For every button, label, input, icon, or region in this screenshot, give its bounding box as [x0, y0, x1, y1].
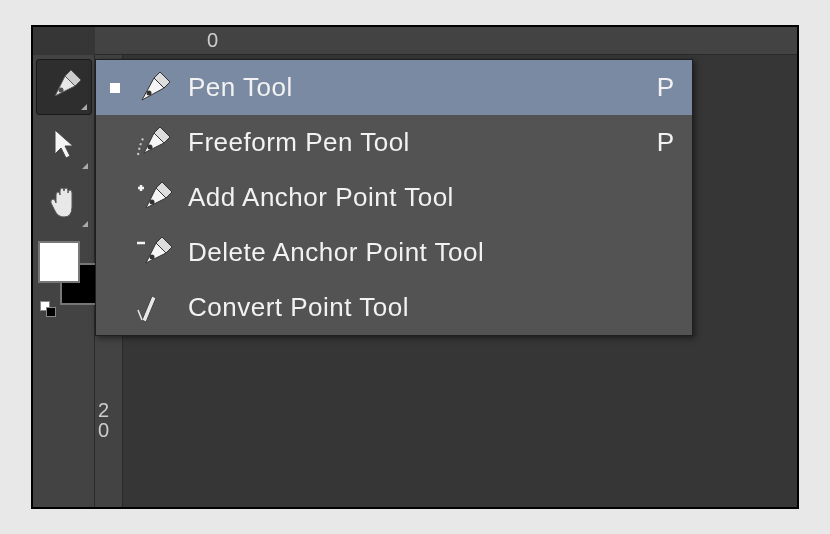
- selected-marker-icon: [110, 83, 120, 93]
- menu-item-delete-anchor-point-tool[interactable]: Delete Anchor Point Tool: [96, 225, 692, 280]
- menu-item-shortcut: P: [657, 72, 674, 103]
- menu-item-label: Delete Anchor Point Tool: [188, 237, 660, 268]
- ruler-tick-label: 0: [207, 29, 218, 52]
- direct-selection-tool-button[interactable]: [36, 117, 92, 173]
- color-swatches[interactable]: [36, 241, 92, 311]
- foreground-color-swatch[interactable]: [38, 241, 80, 283]
- hand-icon: [46, 185, 82, 221]
- convert-point-icon: [134, 288, 174, 328]
- pen-tool-flyout-menu: Pen Tool P Freeform Pen Tool P: [95, 59, 693, 336]
- freeform-pen-icon: [134, 123, 174, 163]
- hand-tool-button[interactable]: [36, 175, 92, 231]
- app-window: 0 2 0: [31, 25, 799, 509]
- menu-item-pen-tool[interactable]: Pen Tool P: [96, 60, 692, 115]
- default-colors-icon[interactable]: [40, 301, 58, 319]
- menu-item-label: Add Anchor Point Tool: [188, 182, 660, 213]
- selected-marker-spacer: [110, 138, 120, 148]
- svg-point-1: [147, 90, 152, 95]
- add-anchor-icon: [134, 178, 174, 218]
- ruler-tick-label: 2: [98, 400, 109, 420]
- menu-item-label: Pen Tool: [188, 72, 643, 103]
- svg-point-3: [150, 199, 155, 204]
- menu-item-freeform-pen-tool[interactable]: Freeform Pen Tool P: [96, 115, 692, 170]
- pen-tool-button[interactable]: [36, 59, 92, 115]
- delete-anchor-icon: [134, 233, 174, 273]
- flyout-indicator-icon: [82, 221, 88, 227]
- svg-point-0: [58, 88, 63, 93]
- ruler-tick-label: 0: [98, 420, 109, 440]
- arrow-cursor-icon: [49, 128, 79, 162]
- selected-marker-spacer: [110, 303, 120, 313]
- selected-marker-spacer: [110, 193, 120, 203]
- ruler-horizontal: 0: [95, 27, 797, 55]
- menu-item-label: Convert Point Tool: [188, 292, 660, 323]
- svg-point-2: [148, 144, 153, 149]
- pen-icon: [47, 70, 81, 104]
- pen-icon: [134, 68, 174, 108]
- selected-marker-spacer: [110, 248, 120, 258]
- flyout-indicator-icon: [82, 163, 88, 169]
- menu-item-shortcut: P: [657, 127, 674, 158]
- toolbar: [33, 55, 95, 507]
- menu-item-label: Freeform Pen Tool: [188, 127, 643, 158]
- svg-point-4: [150, 254, 155, 259]
- menu-item-add-anchor-point-tool[interactable]: Add Anchor Point Tool: [96, 170, 692, 225]
- menu-item-convert-point-tool[interactable]: Convert Point Tool: [96, 280, 692, 335]
- flyout-indicator-icon: [81, 104, 87, 110]
